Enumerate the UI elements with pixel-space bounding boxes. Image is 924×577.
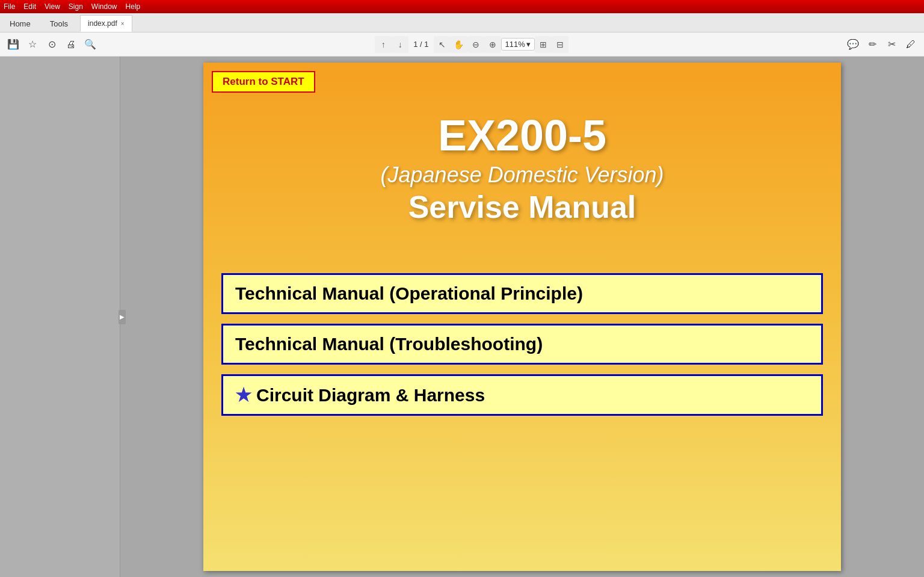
pen-button[interactable]: ✏ bbox=[864, 36, 881, 53]
subtitle-text: (Japanese Domestic Version) bbox=[203, 162, 841, 188]
tab-close-button[interactable]: × bbox=[121, 20, 125, 27]
panel-toggle-button[interactable]: ▶ bbox=[119, 310, 126, 324]
menu-view[interactable]: View bbox=[45, 2, 60, 11]
menu-help[interactable]: Help bbox=[126, 2, 141, 11]
circuit-diagram-button[interactable]: ★Circuit Diagram & Harness bbox=[221, 374, 823, 416]
main-area: ▶ Return to START EX200-5 (Japanese Dome… bbox=[0, 57, 924, 577]
scroll-button[interactable]: ⊟ bbox=[552, 36, 568, 53]
toolbar: 💾 ☆ ⊙ 🖨 🔍 ↑ ↓ 1 / 1 ↖ ✋ ⊖ ⊕ 111% ▾ ⊞ ⊟ 💬… bbox=[0, 32, 924, 57]
menu-buttons-section: Technical Manual (Operational Principle)… bbox=[203, 273, 841, 416]
search-button[interactable]: 🔍 bbox=[82, 36, 99, 53]
left-panel: ▶ bbox=[0, 57, 120, 577]
menu-file[interactable]: File bbox=[4, 2, 15, 11]
page-info: 1 / 1 bbox=[408, 40, 433, 49]
technical-manual-operational-button[interactable]: Technical Manual (Operational Principle) bbox=[221, 273, 823, 314]
manual-type-title: Servise Manual bbox=[203, 189, 841, 225]
menu-window[interactable]: Window bbox=[91, 2, 117, 11]
snap-button[interactable]: ⊞ bbox=[535, 36, 552, 53]
zoom-out-button[interactable]: ⊖ bbox=[467, 36, 484, 53]
menu-edit[interactable]: Edit bbox=[23, 2, 36, 11]
upload-button[interactable]: ⊙ bbox=[43, 36, 60, 53]
title-bar: File Edit View Sign Window Help bbox=[0, 0, 924, 13]
tab-bar: Home Tools index.pdf × bbox=[0, 13, 924, 32]
print-button[interactable]: 🖨 bbox=[63, 36, 79, 53]
next-page-button[interactable]: ↓ bbox=[392, 36, 408, 53]
star-icon: ★ bbox=[235, 385, 251, 405]
hand-tool-button[interactable]: ✋ bbox=[451, 36, 467, 53]
zoom-in-button[interactable]: ⊕ bbox=[484, 36, 501, 53]
model-title: EX200-5 bbox=[203, 111, 841, 160]
tab-file-label: index.pdf bbox=[88, 19, 117, 28]
operational-label: Technical Manual (Operational Principle) bbox=[235, 283, 583, 303]
save-button[interactable]: 💾 bbox=[5, 36, 22, 53]
circuit-label: Circuit Diagram & Harness bbox=[256, 385, 485, 405]
navigation-toolbar: ↑ ↓ 1 / 1 ↖ ✋ ⊖ ⊕ 111% ▾ ⊞ ⊟ bbox=[375, 36, 568, 53]
pdf-page: Return to START EX200-5 (Japanese Domest… bbox=[203, 63, 841, 571]
eraser-button[interactable]: ✂ bbox=[883, 36, 900, 53]
troubleshooting-label: Technical Manual (Troubleshooting) bbox=[235, 334, 543, 354]
zoom-level-display[interactable]: 111% ▾ bbox=[501, 38, 535, 51]
technical-manual-troubleshooting-button[interactable]: Technical Manual (Troubleshooting) bbox=[221, 324, 823, 365]
menu-bar: File Edit View Sign Window Help bbox=[4, 2, 140, 11]
stamp-button[interactable]: 🖊 bbox=[902, 36, 919, 53]
tab-home[interactable]: Home bbox=[0, 15, 40, 32]
tab-tools[interactable]: Tools bbox=[40, 15, 78, 32]
menu-sign[interactable]: Sign bbox=[69, 2, 83, 11]
comment-button[interactable]: 💬 bbox=[845, 36, 861, 53]
prev-page-button[interactable]: ↑ bbox=[375, 36, 392, 53]
zoom-dropdown-icon: ▾ bbox=[526, 40, 531, 49]
cursor-tool-button[interactable]: ↖ bbox=[434, 36, 451, 53]
return-to-start-button[interactable]: Return to START bbox=[212, 71, 315, 93]
bookmark-button[interactable]: ☆ bbox=[24, 36, 41, 53]
toolbar-right: 💬 ✏ ✂ 🖊 bbox=[845, 36, 919, 53]
tab-file[interactable]: index.pdf × bbox=[80, 15, 132, 32]
pdf-viewer[interactable]: Return to START EX200-5 (Japanese Domest… bbox=[120, 57, 924, 577]
